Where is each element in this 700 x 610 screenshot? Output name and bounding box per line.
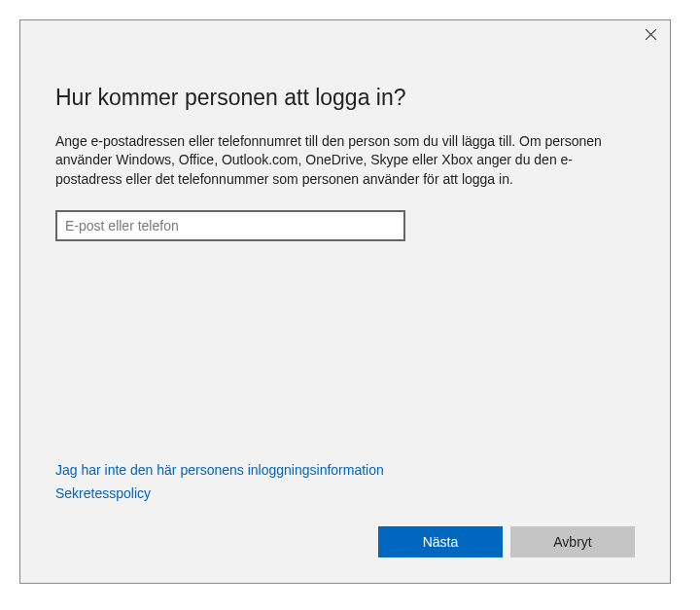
titlebar [20,20,670,52]
account-dialog: Hur kommer personen att logga in? Ange e… [19,19,671,584]
privacy-policy-link[interactable]: Sekretesspolicy [55,485,635,501]
close-button[interactable] [631,20,670,48]
dialog-description: Ange e-postadressen eller telefonnumret … [55,132,635,189]
close-icon [646,29,656,40]
cancel-button[interactable]: Avbryt [510,526,635,557]
no-signin-info-link[interactable]: Jag har inte den här personens inloggnin… [55,462,635,478]
email-phone-input[interactable] [55,210,405,241]
dialog-heading: Hur kommer personen att logga in? [55,85,635,111]
helper-links: Jag har inte den här personens inloggnin… [55,462,635,509]
spacer [55,241,635,462]
dialog-content: Hur kommer personen att logga in? Ange e… [20,52,670,526]
button-row: Nästa Avbryt [20,526,670,583]
next-button[interactable]: Nästa [378,526,503,557]
